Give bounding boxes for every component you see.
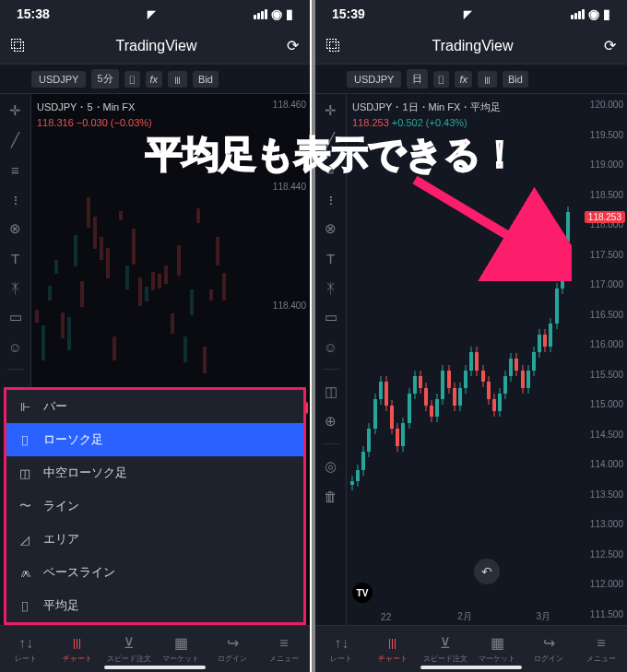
time-axis: 222月3月 [347,608,583,625]
tool-T[interactable]: T [320,247,342,269]
tool-ᛡ[interactable]: ᛡ [320,277,342,299]
toolbar-chips: USDJPY 5分 ⌷ fx ⫼ Bid [0,65,310,94]
interval-chip[interactable]: 5分 [91,69,118,88]
charttype-平均足[interactable]: ⌷平均足 [6,589,303,622]
tool-✛[interactable]: ✛ [5,100,27,122]
tradingview-logo: TV [352,583,373,603]
phone-right: 15:39 ◤ ◉ ▮ ⿻ TradingView ⟳ USDJPY 日 ⌷ f… [315,0,627,672]
status-bar: 15:38 ◤ ◉ ▮ [0,0,310,28]
chart-info: USDJPY・5・Min FX 118.316 −0.030 (−0.03%) [37,100,152,130]
price-axis: 120.000119.500119.000118.500118.000117.5… [583,94,627,625]
drawing-sidebar: ✛╱≡⫶⊗Tᛡ▭☺◫⊕◎🗑 [315,94,347,625]
indicators-chip[interactable]: fx [146,71,163,88]
tab-レート[interactable]: ↑↓レート [0,626,52,672]
charttype-ローソク足[interactable]: ⌷ローソク足 [6,423,303,456]
tab-レート[interactable]: ↑↓レート [315,626,367,672]
signal-icon [254,9,267,19]
tool-☺[interactable]: ☺ [320,336,342,358]
clock: 15:38 [17,6,50,21]
tool-≡[interactable]: ≡ [320,159,342,181]
compare-chip[interactable]: ⫼ [478,71,497,88]
tab-チャート[interactable]: ⫼チャート [367,626,419,672]
tool-ᛡ[interactable]: ᛡ [5,277,27,299]
bid-chip[interactable]: Bid [193,71,219,88]
charttype-バー[interactable]: ⊩バー [6,390,303,423]
status-icons: ◉ ▮ [571,6,610,21]
charttype-ライン[interactable]: 〜ライン [6,489,303,523]
tool-⊗[interactable]: ⊗ [5,218,27,240]
chart-body: ✛╱≡⫶⊗Tᛡ▭☺◫⊕◎🗑 USDJPY・1日・Min FX・平均足 118.2… [315,94,627,625]
charttype-中空ローソク足[interactable]: ◫中空ローソク足 [6,456,303,489]
chart-type-chip[interactable]: ⌷ [433,71,449,88]
tool-≡[interactable]: ≡ [5,159,27,181]
wifi-icon: ◉ [588,6,599,21]
interval-chip[interactable]: 日 [407,69,428,88]
tab-メニュー[interactable]: ≡メニュー [575,626,627,672]
charttype-ベースライン[interactable]: ⩕ベースライン [6,556,303,589]
tool-⊗[interactable]: ⊗ [320,218,342,240]
tool-╱[interactable]: ╱ [5,129,27,151]
tool-🗑[interactable]: 🗑 [320,485,342,507]
tool-T[interactable]: T [5,247,27,269]
tool-⊕[interactable]: ⊕ [320,410,342,432]
app-header: ⿻ TradingView ⟳ [0,28,310,65]
header-title: TradingView [26,38,287,54]
status-icons: ◉ ▮ [254,6,293,21]
refresh-icon[interactable]: ⟳ [604,37,616,54]
tool-✛[interactable]: ✛ [320,100,342,122]
windows-icon[interactable]: ⿻ [11,38,26,54]
tab-ログイン[interactable]: ↪ログイン [207,626,258,672]
tool-╱[interactable]: ╱ [320,129,342,151]
phone-left: 15:38 ◤ ◉ ▮ ⿻ TradingView ⟳ USDJPY 5分 ⌷ … [0,0,312,672]
symbol-chip[interactable]: USDJPY [347,71,401,88]
battery-icon: ▮ [286,6,293,21]
chart-type-menu: ⊩バー⌷ローソク足◫中空ローソク足〜ライン◿エリア⩕ベースライン⌷平均足 [4,387,306,625]
clock: 15:39 [332,6,365,21]
tool-⫶[interactable]: ⫶ [5,188,27,210]
battery-icon: ▮ [603,6,610,21]
toolbar-chips: USDJPY 日 ⌷ fx ⫼ Bid [315,65,627,94]
tab-チャート[interactable]: ⫼チャート [52,626,103,672]
tool-▭[interactable]: ▭ [5,306,27,328]
tab-ログイン[interactable]: ↪ログイン [523,626,574,672]
last-price-label: 118.253 [585,211,625,223]
header-title: TradingView [341,38,604,54]
tool-⫶[interactable]: ⫶ [320,188,342,210]
chart-type-chip[interactable]: ⌷ [124,71,140,88]
status-bar: 15:39 ◤ ◉ ▮ [315,0,627,28]
signal-icon [571,9,585,19]
symbol-chip[interactable]: USDJPY [31,71,86,88]
windows-icon[interactable]: ⿻ [326,38,341,54]
chart-info: USDJPY・1日・Min FX・平均足 118.253 +0.502 (+0.… [352,100,501,130]
charttype-エリア[interactable]: ◿エリア [6,523,303,556]
home-indicator [104,666,206,669]
tool-◎[interactable]: ◎ [320,455,342,477]
tool-▭[interactable]: ▭ [320,306,342,328]
app-header: ⿻ TradingView ⟳ [315,28,627,65]
home-indicator [420,666,522,669]
tool-☺[interactable]: ☺ [5,336,27,358]
tool-◫[interactable]: ◫ [320,381,342,403]
wifi-icon: ◉ [271,6,282,21]
chart-area[interactable]: USDJPY・1日・Min FX・平均足 118.253 +0.502 (+0.… [347,94,627,625]
compare-chip[interactable]: ⫼ [168,71,187,88]
tab-メニュー[interactable]: ≡メニュー [258,626,310,672]
refresh-icon[interactable]: ⟳ [287,37,299,54]
bid-chip[interactable]: Bid [503,71,528,88]
indicators-chip[interactable]: fx [455,71,472,88]
undo-button[interactable]: ↶ [474,559,500,584]
